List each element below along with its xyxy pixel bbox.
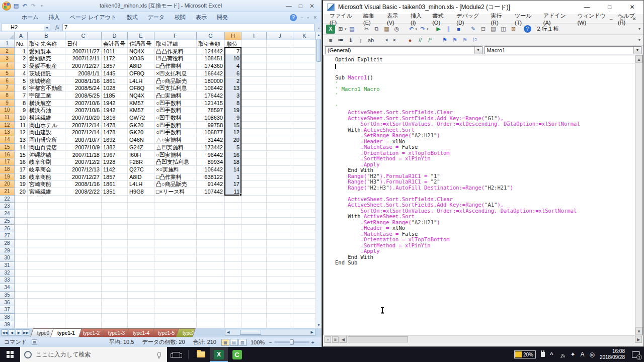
code-editor[interactable]: Option Explicit Sub Macro1()'' Macro1 Ma…: [324, 55, 643, 335]
cell-F23[interactable]: [154, 203, 197, 210]
column-header-C[interactable]: C: [65, 32, 102, 40]
cell-I18[interactable]: [242, 166, 267, 173]
comment-block-icon[interactable]: //: [416, 36, 425, 45]
code-line-34[interactable]: .Apply: [335, 248, 635, 254]
cell-G21[interactable]: 107442: [197, 188, 225, 196]
cell-I22[interactable]: [242, 196, 267, 203]
cell-C34[interactable]: [65, 284, 102, 292]
cell-G32[interactable]: [197, 269, 225, 277]
cell-J28[interactable]: [267, 240, 293, 247]
cell-J38[interactable]: [267, 314, 293, 321]
cell-I38[interactable]: [242, 314, 267, 321]
cell-C18[interactable]: 2007/12/13: [65, 166, 102, 173]
cell-H14[interactable]: 20: [225, 136, 242, 144]
cell-C31[interactable]: [65, 262, 102, 269]
cell-D15[interactable]: 1382: [102, 144, 128, 151]
cell-H28[interactable]: [225, 240, 242, 247]
row-header-36[interactable]: 36: [0, 299, 15, 307]
menu-アドイン(A)[interactable]: アドイン(A): [540, 12, 574, 26]
scroll-right-icon[interactable]: ▶: [309, 330, 315, 334]
row-header-15[interactable]: 15: [0, 144, 15, 151]
maximize-icon[interactable]: □: [299, 3, 302, 10]
cell-D33[interactable]: [102, 277, 128, 284]
cell-G17[interactable]: 89934: [197, 158, 225, 166]
cell-A10[interactable]: 9: [15, 107, 28, 114]
cell-I30[interactable]: [242, 254, 267, 262]
cell-C14[interactable]: 2007/10/7: [65, 136, 102, 144]
cell-F21[interactable]: □×リース料: [154, 188, 197, 196]
cell-G8[interactable]: 176442: [197, 92, 225, 100]
row-header-22[interactable]: 22: [0, 196, 15, 203]
cell-G14[interactable]: 31442: [197, 136, 225, 144]
cell-B24[interactable]: [28, 210, 65, 218]
cell-C16[interactable]: 2007/11/18: [65, 151, 102, 159]
cell-I24[interactable]: [242, 210, 267, 218]
cell-C7[interactable]: 2008/5/24: [65, 84, 102, 92]
cell-A29[interactable]: [15, 247, 28, 255]
cell-F5[interactable]: ×凹支払利息: [154, 70, 197, 77]
cell-I33[interactable]: [242, 277, 267, 284]
ribbon-tab-校閲[interactable]: 校閲: [170, 13, 190, 22]
cell-F1[interactable]: 取引詳細: [154, 40, 197, 48]
cell-B4[interactable]: 愛媛不動産: [28, 62, 65, 70]
cell-H34[interactable]: [225, 284, 242, 292]
menu-編集(E)[interactable]: 編集(E): [360, 12, 383, 26]
cell-C13[interactable]: 2007/12/14: [65, 129, 102, 136]
cell-F37[interactable]: [154, 306, 197, 314]
cell-G10[interactable]: 78597: [197, 107, 225, 114]
cell-F9[interactable]: ○凹手数料: [154, 100, 197, 107]
cell-C33[interactable]: [65, 277, 102, 284]
cell-B2[interactable]: 愛知製本: [28, 48, 65, 55]
code-line-33[interactable]: .SortMethod = xlPinYin: [335, 243, 635, 249]
cell-K29[interactable]: [293, 247, 316, 255]
cell-A7[interactable]: 6: [15, 84, 28, 92]
cell-A17[interactable]: 16: [15, 158, 28, 166]
scroll-up-icon[interactable]: ▲: [635, 55, 642, 63]
microphone-icon[interactable]: [157, 352, 161, 357]
cell-H23[interactable]: [225, 203, 242, 210]
cell-H38[interactable]: [225, 314, 242, 321]
cell-K15[interactable]: [293, 144, 316, 151]
cell-E5[interactable]: OF8Q: [128, 70, 154, 77]
cell-E7[interactable]: OF8Q: [128, 84, 154, 92]
clear-bookmarks-icon[interactable]: ⚐: [470, 36, 479, 45]
cell-F3[interactable]: 凹凸荷役料: [154, 55, 197, 62]
cell-F39[interactable]: [154, 321, 197, 328]
close-icon[interactable]: ✕: [309, 3, 314, 10]
cell-D5[interactable]: 1445: [102, 70, 128, 77]
cell-H2[interactable]: 7: [225, 48, 242, 55]
cell-E17[interactable]: F28R: [128, 158, 154, 166]
cell-F17[interactable]: 凸凹支払利息: [154, 158, 197, 166]
cell-A32[interactable]: [15, 269, 28, 277]
cell-F38[interactable]: [154, 314, 197, 321]
scroll-down-icon[interactable]: ▼: [635, 327, 642, 335]
row-header-17[interactable]: 17: [0, 158, 15, 166]
cell-B19[interactable]: 岐阜商船: [28, 173, 65, 181]
column-header-A[interactable]: A: [15, 32, 28, 40]
cell-H15[interactable]: 5: [225, 144, 242, 151]
cell-D20[interactable]: 1861: [102, 180, 128, 188]
cell-J30[interactable]: [267, 254, 293, 262]
full-module-view-icon[interactable]: ≣: [332, 336, 339, 343]
menu-書式(O)[interactable]: 書式(O): [429, 12, 453, 26]
cell-C36[interactable]: [65, 299, 102, 307]
next-sheet-icon[interactable]: ▶: [16, 329, 22, 336]
code-line-19[interactable]: .Apply: [335, 162, 635, 168]
cell-C37[interactable]: [65, 306, 102, 314]
cell-I14[interactable]: [242, 136, 267, 144]
cell-B25[interactable]: [28, 218, 65, 225]
cell-C6[interactable]: 2008/1/16: [65, 77, 102, 85]
cell-I11[interactable]: [242, 114, 267, 122]
cell-J4[interactable]: [267, 62, 293, 70]
cell-J7[interactable]: [267, 84, 293, 92]
cell-I27[interactable]: [242, 232, 267, 240]
uncomment-block-icon[interactable]: /*: [426, 36, 435, 45]
cell-E31[interactable]: [128, 262, 154, 269]
cell-B7[interactable]: 宇都宮不動産: [28, 84, 65, 92]
cell-H10[interactable]: 19: [225, 107, 242, 114]
row-header-14[interactable]: 14: [0, 136, 15, 144]
column-header-I[interactable]: I: [242, 32, 267, 40]
cell-I13[interactable]: [242, 129, 267, 136]
cell-K27[interactable]: [293, 232, 316, 240]
cell-D28[interactable]: [102, 240, 128, 247]
